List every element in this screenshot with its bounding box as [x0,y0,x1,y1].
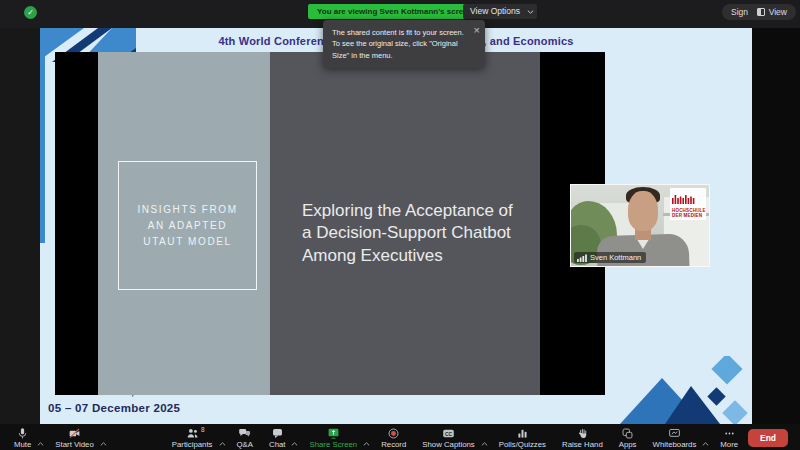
slide-corner-decoration-bottom-right [610,356,750,424]
captions-caret[interactable] [481,432,488,450]
participants-count: 8 [201,426,205,433]
close-icon[interactable]: × [474,22,480,39]
layout-view-icon [757,8,765,16]
polls-bar-chart-icon [516,427,529,440]
slide-panel-black-left [55,52,98,395]
shared-content-stage: 4th World Conference on Business, Manage… [0,28,800,424]
chat-caret[interactable] [291,432,298,450]
record-button[interactable]: Record [377,424,410,449]
share-screen-caret[interactable] [363,432,370,450]
university-logo-text-2: DER MEDIEN [672,213,704,218]
chevron-down-icon [527,10,534,14]
apps-icon [621,427,634,440]
encryption-shield-icon[interactable]: ✓ [24,6,37,19]
video-options-caret[interactable] [100,432,107,450]
bottom-toolbar: Mute Start Video 8 Participants [0,424,800,450]
participant-face [628,191,658,231]
slide-subtitle-box: INSIGHTS FROM AN ADAPTED UTAUT MODEL [118,161,257,290]
apps-button[interactable]: Apps [615,424,641,449]
share-screen-button[interactable]: Share Screen [305,424,361,449]
whiteboard-icon [668,427,681,440]
view-options-button[interactable]: View Options [463,4,527,19]
whiteboards-button[interactable]: Whiteboards [649,424,701,449]
mute-button[interactable]: Mute [10,424,35,449]
qa-button[interactable]: Q&A [233,424,257,449]
zoom-meeting-window: ✓ You are viewing Sven Kottmann's screen… [0,0,800,450]
svg-text:CC: CC [445,432,453,437]
university-logo: HOCHSCHULE DER MEDIEN [670,188,706,220]
participant-name: Sven Kottmann [590,253,641,262]
camera-off-icon [68,427,81,440]
mute-options-caret[interactable] [37,432,44,450]
hdm-logo-bars-icon [672,195,696,204]
slide-title: Exploring the Acceptance of a Decision-S… [302,200,526,267]
polls-quizzes-button[interactable]: Polls/Quizzes [495,424,550,449]
closed-captions-icon: CC [442,427,455,440]
more-dots-icon [723,427,736,440]
participants-icon [186,427,199,440]
share-screen-icon [327,427,340,440]
slide-panel-dark: Exploring the Acceptance of a Decision-S… [270,52,540,395]
fit-to-screen-tooltip: The shared content is fit to your screen… [323,20,485,68]
participant-video-thumbnail[interactable]: HOCHSCHULE DER MEDIEN Sven Kottmann [570,184,710,267]
whiteboards-caret[interactable] [702,432,709,450]
slide-panel-gray: INSIGHTS FROM AN ADAPTED UTAUT MODEL [98,52,270,395]
start-video-button[interactable]: Start Video [51,424,97,449]
record-icon [387,427,400,440]
audio-signal-icon [577,254,587,262]
slide-panels: INSIGHTS FROM AN ADAPTED UTAUT MODEL Exp… [55,52,605,395]
chat-bubble-icon [271,427,284,440]
view-button[interactable]: View [748,4,796,20]
tooltip-text: The shared content is fit to your screen… [332,28,464,60]
qa-bubbles-icon [238,427,251,440]
more-button[interactable]: More [716,424,742,449]
participant-name-label: Sven Kottmann [574,252,646,263]
view-button-label: View [769,4,787,20]
show-captions-button[interactable]: CC Show Captions [418,424,478,449]
raise-hand-button[interactable]: Raise Hand [558,424,607,449]
participants-caret[interactable] [219,432,226,450]
chat-button[interactable]: Chat [265,424,289,449]
stage-right-gutter [752,28,800,424]
slide-dates: 05 – 07 December 2025 [48,402,180,414]
end-meeting-button[interactable]: End [748,429,788,447]
microphone-icon [16,427,29,440]
view-options-caret[interactable] [523,4,537,19]
viewing-screen-banner: You are viewing Sven Kottmann's screen [308,4,482,19]
raise-hand-icon [576,427,589,440]
participants-button[interactable]: 8 Participants [168,424,217,449]
